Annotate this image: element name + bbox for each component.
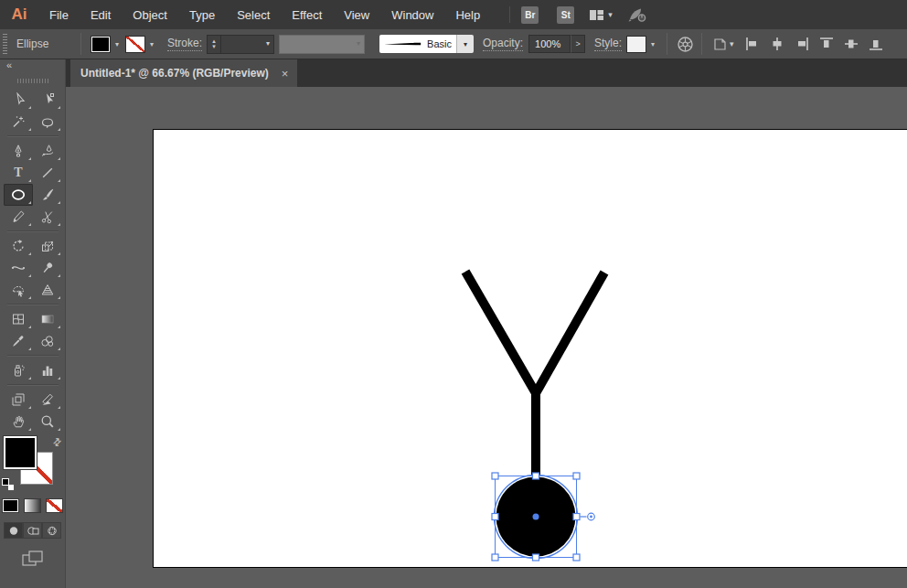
pen-tool[interactable] (4, 140, 33, 162)
vertical-align-bottom-button[interactable] (869, 37, 883, 51)
perspective-grid-tool[interactable] (33, 279, 62, 301)
tool-group-separator (4, 228, 62, 235)
puppet-warp-tool[interactable] (33, 257, 62, 279)
gradient-mode-button[interactable] (24, 498, 41, 513)
zoom-tool[interactable] (33, 411, 62, 433)
chevron-down-icon: ▾ (608, 11, 613, 19)
panel-grip-handle[interactable] (3, 34, 7, 54)
artboard[interactable] (153, 129, 907, 568)
stroke-none-swatch[interactable] (125, 36, 145, 53)
draw-behind-button[interactable] (23, 522, 42, 539)
type-tool[interactable]: T (4, 162, 33, 184)
scissors-tool[interactable] (33, 206, 62, 228)
document-tab-bar: Untitled-1* @ 66.67% (RGB/Preview) × (66, 59, 907, 87)
transform-options-button[interactable]: ▾ (711, 37, 734, 51)
graphic-style-control[interactable]: ▾ (626, 36, 659, 53)
horizontal-align-center-button[interactable] (770, 37, 784, 51)
fill-color-swatch[interactable] (91, 36, 111, 53)
artboard-tool[interactable] (4, 389, 33, 411)
tab-close-icon[interactable]: × (282, 68, 289, 80)
brush-preview[interactable]: Basic (379, 35, 456, 53)
opacity-expand-button[interactable]: > (571, 35, 585, 53)
default-fill-stroke-icon[interactable] (2, 478, 15, 491)
swap-fill-stroke-icon[interactable]: ⇄ (50, 435, 65, 450)
stroke-color-control[interactable]: ▾ (125, 36, 158, 53)
document-area: Untitled-1* @ 66.67% (RGB/Preview) × (66, 59, 907, 588)
menu-effect[interactable]: Effect (281, 0, 333, 29)
menu-select[interactable]: Select (226, 0, 281, 29)
selection-tool-icon (11, 92, 26, 107)
horizontal-align-left-button[interactable] (745, 37, 760, 51)
menu-file[interactable]: File (38, 0, 80, 29)
shape-builder-tool[interactable] (4, 279, 33, 301)
mesh-tool[interactable] (4, 308, 33, 330)
stepper-down-icon[interactable]: ▾ (212, 44, 216, 49)
direct-selection-tool[interactable] (33, 89, 62, 111)
collapse-panel-button[interactable]: « (0, 59, 65, 73)
menu-edit[interactable]: Edit (80, 0, 122, 29)
paintbrush-tool[interactable] (33, 184, 62, 206)
menu-window[interactable]: Window (380, 0, 444, 29)
horizontal-align-right-button[interactable] (795, 37, 809, 51)
draw-behind-icon (27, 525, 39, 537)
artboard-tool-icon (11, 392, 26, 407)
opacity-label[interactable]: Opacity: (483, 37, 523, 51)
fill-color-control[interactable]: ▾ (91, 36, 123, 53)
gradient-tool[interactable] (33, 308, 62, 330)
vertical-align-top-button[interactable] (819, 37, 834, 51)
bridge-button[interactable]: Br (521, 6, 539, 24)
tool-group-separator (4, 381, 62, 389)
opacity-input[interactable]: 100% (528, 35, 571, 53)
stroke-weight-label[interactable]: Stroke: (167, 37, 202, 51)
fill-chevron[interactable]: ▾ (111, 36, 123, 53)
panel-grip-handle[interactable] (17, 79, 48, 83)
vertical-align-center-button[interactable] (844, 37, 859, 51)
svg-text:T: T (14, 166, 23, 179)
recolor-artwork-button[interactable] (677, 36, 694, 53)
blend-tool[interactable] (33, 330, 62, 352)
none-mode-button[interactable] (46, 498, 63, 513)
eyedropper-tool[interactable] (4, 330, 33, 352)
pencil-tool[interactable] (4, 206, 33, 228)
rotate-tool[interactable] (4, 235, 33, 257)
selection-tool[interactable] (4, 89, 33, 111)
perspective-grid-tool-icon (40, 283, 55, 297)
stock-button[interactable]: St (557, 6, 574, 24)
hand-tool[interactable] (4, 411, 33, 433)
menu-object[interactable]: Object (122, 0, 178, 29)
color-mode-button[interactable] (2, 498, 19, 513)
style-label[interactable]: Style: (594, 37, 622, 51)
column-graph-tool[interactable] (33, 359, 62, 381)
brush-chevron[interactable]: ▾ (456, 35, 474, 53)
curvature-tool[interactable] (33, 140, 62, 162)
lasso-tool[interactable] (33, 111, 62, 133)
workspace: « T ⇄ (0, 59, 907, 588)
menu-view[interactable]: View (333, 0, 380, 29)
symbol-sprayer-tool[interactable] (4, 359, 33, 381)
width-tool[interactable] (4, 257, 33, 279)
magic-wand-tool[interactable] (4, 111, 33, 133)
pasteboard[interactable] (66, 87, 907, 588)
workspace-switcher[interactable]: ▾ (589, 8, 613, 22)
draw-inside-button[interactable] (42, 522, 61, 539)
style-swatch[interactable] (626, 36, 646, 53)
scissors-tool-icon (40, 209, 55, 224)
ellipse-tool[interactable] (4, 184, 33, 206)
fill-proxy-black[interactable] (4, 436, 37, 469)
line-segment-tool[interactable] (33, 162, 62, 184)
change-screen-mode-button[interactable] (21, 550, 45, 572)
menu-type[interactable]: Type (178, 0, 226, 29)
menu-help[interactable]: Help (444, 0, 491, 29)
brush-definition-control[interactable]: Basic ▾ (379, 35, 474, 53)
stroke-weight-dropdown[interactable]: ▾ (221, 35, 274, 54)
scale-tool[interactable] (33, 235, 62, 257)
stroke-weight-stepper[interactable]: ▴ ▾ (207, 35, 221, 54)
slice-tool[interactable] (33, 389, 62, 411)
draw-normal-button[interactable] (4, 522, 23, 539)
horizontal-align-center-icon (770, 37, 784, 51)
document-tab[interactable]: Untitled-1* @ 66.67% (RGB/Preview) × (70, 59, 297, 87)
style-chevron[interactable]: ▾ (646, 36, 659, 53)
stroke-chevron[interactable]: ▾ (145, 36, 158, 53)
gpu-performance-rocket-icon[interactable] (627, 6, 647, 23)
basic-brush-stroke-icon (384, 40, 422, 48)
